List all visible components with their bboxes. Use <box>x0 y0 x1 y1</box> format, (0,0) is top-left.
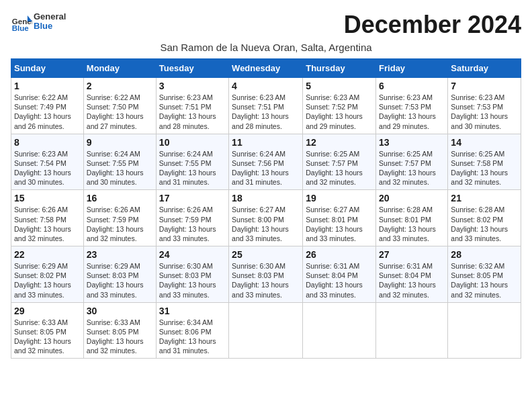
calendar-cell: 18 Sunrise: 6:27 AMSunset: 8:00 PMDaylig… <box>229 190 303 246</box>
weekday-header: Friday <box>376 59 448 78</box>
day-number: 25 <box>232 249 300 260</box>
subtitle: San Ramon de la Nueva Oran, Salta, Argen… <box>11 42 521 53</box>
day-detail: Sunrise: 6:25 AMSunset: 7:57 PMDaylight:… <box>379 150 436 187</box>
weekday-header: Sunday <box>11 59 84 78</box>
day-number: 19 <box>306 193 373 203</box>
day-number: 22 <box>14 249 81 260</box>
calendar-cell: 26 Sunrise: 6:31 AMSunset: 8:04 PMDaylig… <box>303 246 376 303</box>
logo-icon: General Blue <box>11 11 32 32</box>
day-number: 5 <box>306 81 373 91</box>
calendar-cell: 2 Sunrise: 6:22 AMSunset: 7:50 PMDayligh… <box>83 78 156 134</box>
day-detail: Sunrise: 6:24 AMSunset: 7:55 PMDaylight:… <box>159 150 216 187</box>
day-detail: Sunrise: 6:27 AMSunset: 8:00 PMDaylight:… <box>232 205 289 242</box>
calendar-cell: 11 Sunrise: 6:24 AMSunset: 7:56 PMDaylig… <box>229 134 303 190</box>
day-detail: Sunrise: 6:29 AMSunset: 8:02 PMDaylight:… <box>14 262 71 299</box>
day-number: 20 <box>379 193 445 203</box>
day-detail: Sunrise: 6:23 AMSunset: 7:54 PMDaylight:… <box>14 150 71 187</box>
weekday-header: Saturday <box>448 59 521 78</box>
calendar-cell: 5 Sunrise: 6:23 AMSunset: 7:52 PMDayligh… <box>303 78 376 134</box>
day-number: 6 <box>379 81 445 91</box>
svg-text:Blue: Blue <box>12 24 30 32</box>
calendar-cell: 9 Sunrise: 6:24 AMSunset: 7:55 PMDayligh… <box>83 134 156 190</box>
calendar-week-row: 1 Sunrise: 6:22 AMSunset: 7:49 PMDayligh… <box>11 78 521 134</box>
calendar-cell: 24 Sunrise: 6:30 AMSunset: 8:03 PMDaylig… <box>156 246 228 303</box>
day-number: 15 <box>14 193 81 203</box>
calendar-cell <box>229 302 303 359</box>
day-detail: Sunrise: 6:22 AMSunset: 7:50 PMDaylight:… <box>87 93 144 130</box>
calendar-cell: 29 Sunrise: 6:33 AMSunset: 8:05 PMDaylig… <box>11 302 84 359</box>
calendar-cell: 28 Sunrise: 6:32 AMSunset: 8:05 PMDaylig… <box>448 246 521 303</box>
day-number: 18 <box>232 193 300 203</box>
weekday-header: Tuesday <box>156 59 228 78</box>
calendar-cell: 23 Sunrise: 6:29 AMSunset: 8:03 PMDaylig… <box>83 246 156 303</box>
day-number: 11 <box>232 137 300 148</box>
calendar-week-row: 15 Sunrise: 6:26 AMSunset: 7:58 PMDaylig… <box>11 190 521 246</box>
day-number: 12 <box>306 137 373 148</box>
day-number: 29 <box>14 306 81 316</box>
day-detail: Sunrise: 6:23 AMSunset: 7:51 PMDaylight:… <box>159 93 216 130</box>
calendar-cell: 8 Sunrise: 6:23 AMSunset: 7:54 PMDayligh… <box>11 134 84 190</box>
day-detail: Sunrise: 6:23 AMSunset: 7:51 PMDaylight:… <box>232 93 289 130</box>
day-number: 7 <box>451 81 518 91</box>
day-detail: Sunrise: 6:23 AMSunset: 7:52 PMDaylight:… <box>306 93 363 130</box>
calendar-cell: 4 Sunrise: 6:23 AMSunset: 7:51 PMDayligh… <box>229 78 303 134</box>
day-detail: Sunrise: 6:23 AMSunset: 7:53 PMDaylight:… <box>379 93 436 130</box>
day-number: 17 <box>159 193 226 203</box>
day-detail: Sunrise: 6:30 AMSunset: 8:03 PMDaylight:… <box>159 262 216 299</box>
calendar-cell: 27 Sunrise: 6:31 AMSunset: 8:04 PMDaylig… <box>376 246 448 303</box>
day-number: 9 <box>87 137 153 148</box>
day-number: 27 <box>379 249 445 260</box>
day-number: 16 <box>87 193 153 203</box>
day-number: 23 <box>87 249 153 260</box>
day-number: 13 <box>379 137 445 148</box>
day-detail: Sunrise: 6:32 AMSunset: 8:05 PMDaylight:… <box>451 262 508 299</box>
day-detail: Sunrise: 6:33 AMSunset: 8:05 PMDaylight:… <box>87 318 144 355</box>
day-detail: Sunrise: 6:31 AMSunset: 8:04 PMDaylight:… <box>379 262 436 299</box>
day-detail: Sunrise: 6:27 AMSunset: 8:01 PMDaylight:… <box>306 205 363 242</box>
logo: General Blue General Blue <box>11 11 66 32</box>
day-detail: Sunrise: 6:28 AMSunset: 8:02 PMDaylight:… <box>451 205 508 242</box>
logo-general: General <box>34 11 66 21</box>
day-number: 14 <box>451 137 518 148</box>
weekday-header: Thursday <box>303 59 376 78</box>
day-detail: Sunrise: 6:28 AMSunset: 8:01 PMDaylight:… <box>379 205 436 242</box>
weekday-header-row: SundayMondayTuesdayWednesdayThursdayFrid… <box>11 59 521 78</box>
calendar-cell: 1 Sunrise: 6:22 AMSunset: 7:49 PMDayligh… <box>11 78 84 134</box>
calendar-cell: 13 Sunrise: 6:25 AMSunset: 7:57 PMDaylig… <box>376 134 448 190</box>
weekday-header: Monday <box>83 59 156 78</box>
day-number: 4 <box>232 81 300 91</box>
day-detail: Sunrise: 6:25 AMSunset: 7:58 PMDaylight:… <box>451 150 508 187</box>
day-detail: Sunrise: 6:26 AMSunset: 7:59 PMDaylight:… <box>87 205 144 242</box>
calendar-cell: 16 Sunrise: 6:26 AMSunset: 7:59 PMDaylig… <box>83 190 156 246</box>
calendar-week-row: 8 Sunrise: 6:23 AMSunset: 7:54 PMDayligh… <box>11 134 521 190</box>
day-detail: Sunrise: 6:33 AMSunset: 8:05 PMDaylight:… <box>14 318 71 355</box>
calendar-cell: 15 Sunrise: 6:26 AMSunset: 7:58 PMDaylig… <box>11 190 84 246</box>
day-detail: Sunrise: 6:26 AMSunset: 7:58 PMDaylight:… <box>14 205 71 242</box>
day-number: 30 <box>87 306 153 316</box>
day-number: 26 <box>306 249 373 260</box>
day-number: 10 <box>159 137 226 148</box>
calendar-cell: 14 Sunrise: 6:25 AMSunset: 7:58 PMDaylig… <box>448 134 521 190</box>
month-title: December 2024 <box>344 11 521 39</box>
day-detail: Sunrise: 6:31 AMSunset: 8:04 PMDaylight:… <box>306 262 363 299</box>
calendar-cell: 3 Sunrise: 6:23 AMSunset: 7:51 PMDayligh… <box>156 78 228 134</box>
calendar-cell: 19 Sunrise: 6:27 AMSunset: 8:01 PMDaylig… <box>303 190 376 246</box>
calendar-cell: 6 Sunrise: 6:23 AMSunset: 7:53 PMDayligh… <box>376 78 448 134</box>
day-detail: Sunrise: 6:22 AMSunset: 7:49 PMDaylight:… <box>14 93 71 130</box>
calendar-cell: 20 Sunrise: 6:28 AMSunset: 8:01 PMDaylig… <box>376 190 448 246</box>
calendar-cell: 12 Sunrise: 6:25 AMSunset: 7:57 PMDaylig… <box>303 134 376 190</box>
calendar-cell: 30 Sunrise: 6:33 AMSunset: 8:05 PMDaylig… <box>83 302 156 359</box>
logo-blue: Blue <box>34 21 52 31</box>
day-detail: Sunrise: 6:23 AMSunset: 7:53 PMDaylight:… <box>451 93 508 130</box>
day-number: 21 <box>451 193 518 203</box>
calendar-week-row: 29 Sunrise: 6:33 AMSunset: 8:05 PMDaylig… <box>11 302 521 359</box>
day-detail: Sunrise: 6:26 AMSunset: 7:59 PMDaylight:… <box>159 205 216 242</box>
calendar-cell <box>376 302 448 359</box>
calendar-table: SundayMondayTuesdayWednesdayThursdayFrid… <box>11 58 521 359</box>
day-detail: Sunrise: 6:34 AMSunset: 8:06 PMDaylight:… <box>159 318 216 355</box>
day-number: 8 <box>14 137 81 148</box>
day-detail: Sunrise: 6:25 AMSunset: 7:57 PMDaylight:… <box>306 150 363 187</box>
day-number: 3 <box>159 81 226 91</box>
calendar-week-row: 22 Sunrise: 6:29 AMSunset: 8:02 PMDaylig… <box>11 246 521 303</box>
calendar-cell: 22 Sunrise: 6:29 AMSunset: 8:02 PMDaylig… <box>11 246 84 303</box>
